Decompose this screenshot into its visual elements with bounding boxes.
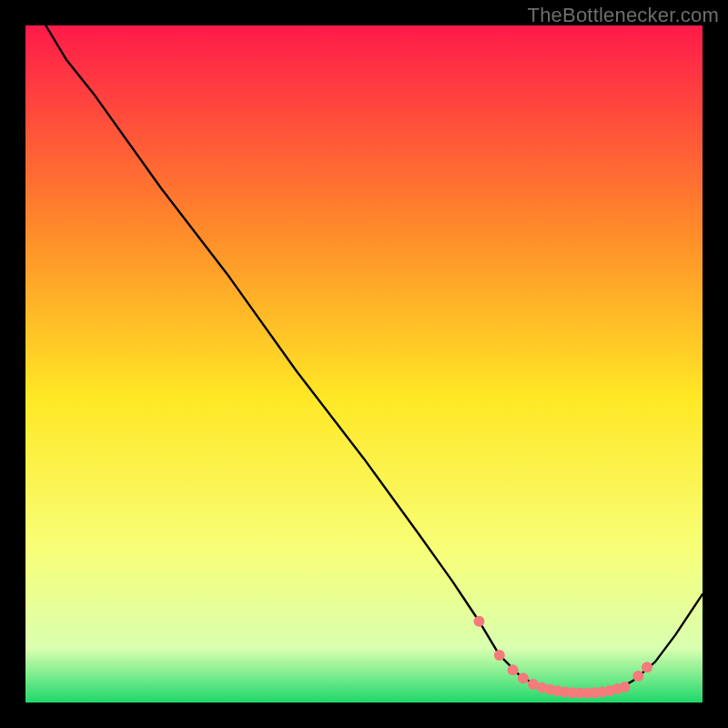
curve-marker xyxy=(642,662,652,672)
curve-marker xyxy=(494,650,505,661)
curve-marker xyxy=(508,664,519,675)
chart-frame xyxy=(25,25,703,703)
gradient-background xyxy=(25,25,703,703)
curve-marker xyxy=(632,671,643,682)
curve-marker xyxy=(619,682,630,693)
curve-marker xyxy=(518,672,529,683)
bottleneck-chart xyxy=(25,25,703,703)
watermark-text: TheBottlenecker.com xyxy=(528,4,719,27)
curve-marker xyxy=(473,616,484,627)
